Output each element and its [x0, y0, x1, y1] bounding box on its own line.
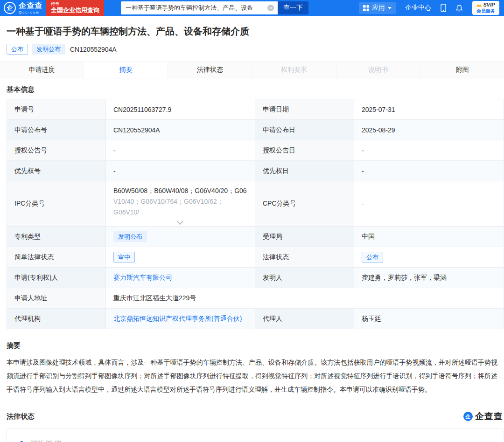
field-label: 申请号 — [7, 99, 106, 119]
patent-type-table-tag: 发明公布 — [113, 231, 147, 242]
search-bar: × 查一下 — [121, 1, 308, 14]
tab-claims[interactable]: 权利要求 — [252, 62, 336, 78]
field-label: 申请公布号 — [7, 120, 106, 140]
field-label: 代理人 — [255, 309, 354, 329]
promo-main-text: 全国企业信用查询 — [51, 7, 99, 14]
field-label: 代理机构 — [7, 309, 106, 329]
table-row: IPC分类号 B60W50/08；B60W40/08；G06V40/20；G06… — [7, 181, 504, 227]
caret-down-icon — [388, 7, 392, 9]
field-label: 申请(专利权)人 — [7, 268, 106, 288]
promo-small-text: 传奇 — [51, 1, 99, 7]
field-value: - — [106, 140, 255, 160]
field-value: 北京鼎拓恒远知识产权代理事务所(普通合伙) — [106, 309, 255, 329]
field-value: 2025-08-29 — [354, 120, 504, 140]
basic-info-table: 申请号 CN202511063727.9 申请日期 2025-07-31 申请公… — [7, 99, 504, 329]
search-input-wrap: × — [121, 1, 278, 14]
field-label: 发明人 — [255, 268, 354, 288]
field-value: 发明公布 — [106, 227, 255, 247]
svip-badge-top: SVIP — [476, 2, 495, 8]
table-row: 代理机构 北京鼎拓恒远知识产权代理事务所(普通合伙) 代理人 杨玉廷 — [7, 309, 504, 329]
field-value: 赛力斯汽车有限公司 — [106, 268, 255, 288]
svip-label: SVIP — [483, 2, 495, 8]
clear-icon[interactable]: × — [267, 5, 274, 11]
field-label: 简单法律状态 — [7, 247, 106, 267]
field-value: 公布 — [354, 247, 504, 267]
field-label: 专利类型 — [7, 227, 106, 247]
patent-title-block: 一种基于哑语手势的车辆控制方法、产品、设备和存储介质 公布 发明公布 CN120… — [0, 16, 504, 62]
field-value: - — [354, 181, 504, 226]
legal-status-title: 法律状态 — [7, 412, 35, 421]
table-row: 申请号 CN202511063727.9 申请日期 2025-07-31 — [7, 99, 504, 120]
field-value: - — [106, 161, 255, 181]
field-label: 受理局 — [255, 227, 354, 247]
tab-figures[interactable]: 附图 — [420, 62, 504, 78]
field-value: CN120552904A — [106, 120, 255, 140]
field-label: 优先权号 — [7, 161, 106, 181]
tab-application-progress[interactable]: 申请进度 — [0, 62, 84, 78]
publication-number: CN120552904A — [70, 46, 117, 53]
mobile-app-icon[interactable] — [441, 4, 446, 12]
qcc-watermark-text: 企查查 — [475, 410, 503, 422]
patent-tag-row: 公布 发明公布 CN120552904A — [7, 44, 497, 55]
grid-icon — [363, 5, 369, 11]
legal-status-tag: 公布 — [362, 252, 383, 262]
field-label: CPC分类号 — [255, 181, 354, 226]
notification-bell-icon[interactable] — [455, 4, 463, 12]
field-label: 授权公告号 — [7, 140, 106, 160]
table-row: 简单法律状态 审中 法律状态 公布 — [7, 247, 504, 268]
timeline-date: 2025-08-29 — [30, 439, 504, 442]
field-value: 杨玉廷 — [354, 309, 504, 329]
field-value: 审中 — [106, 247, 255, 267]
field-value: - — [354, 140, 504, 160]
search-input[interactable] — [121, 1, 278, 14]
publish-status-tag: 公布 — [7, 44, 28, 55]
enterprise-center-link[interactable]: 企业中心 — [405, 4, 431, 12]
abstract-title: 摘要 — [7, 341, 504, 350]
abstract-text: 本申请涉及图像处理技术领域，具体而言，涉及一种基于哑语手势的车辆控制方法、产品、… — [7, 356, 497, 396]
field-label: 优先权日 — [255, 161, 354, 181]
tab-legal-status[interactable]: 法律状态 — [168, 62, 252, 78]
qcc-watermark: 企 企查查 — [463, 410, 503, 422]
svip-sublabel: 会员服务 — [476, 8, 495, 14]
simple-legal-status-tag: 审中 — [113, 252, 135, 262]
svip-badge[interactable]: SVIP 会员服务 — [472, 1, 499, 15]
field-value: 龚建勇，罗莉莎，张军，梁涵 — [354, 268, 504, 288]
page-title: 一种基于哑语手势的车辆控制方法、产品、设备和存储介质 — [7, 25, 497, 38]
qcc-logo[interactable]: 企 企查查 Qcc·com — [4, 2, 42, 14]
basic-info-title: 基本信息 — [7, 85, 504, 94]
table-row: 申请公布号 CN120552904A 申请公布日 2025-08-29 — [7, 120, 504, 140]
qcc-logo-icon: 企 — [4, 2, 16, 14]
field-value: - — [354, 161, 504, 181]
qcc-logo-text: 企查查 Qcc·com — [19, 2, 42, 14]
table-row: 专利类型 发明公布 受理局 中国 — [7, 227, 504, 247]
field-value: 2025-07-31 — [354, 99, 504, 119]
ipc-line-2: V10/40；G06V10/764；G06V10/62；G06V10/ — [113, 196, 247, 218]
top-header: 企 企查查 Qcc·com 传奇 全国企业信用查询 × 查一下 应用 企业中心 — [0, 0, 504, 16]
field-label: IPC分类号 — [7, 181, 106, 226]
legal-status-timeline: 2025-08-29 公布 — [7, 428, 504, 442]
field-label: 授权公告日 — [255, 140, 354, 160]
apps-menu[interactable]: 应用 — [359, 2, 396, 14]
agency-link[interactable]: 北京鼎拓恒远知识产权代理事务所(普通合伙) — [113, 315, 242, 323]
legal-status-header: 法律状态 企 企查查 — [7, 410, 504, 422]
field-label: 申请日期 — [255, 99, 354, 119]
tab-description[interactable]: 说明书 — [336, 62, 420, 78]
table-row: 授权公告号 - 授权公告日 - — [7, 140, 504, 161]
promo-badge: 传奇 全国企业信用查询 — [46, 0, 104, 16]
field-label: 法律状态 — [255, 247, 354, 267]
field-value: CN202511063727.9 — [106, 99, 255, 119]
table-row: 申请人地址 重庆市江北区福生大道229号 — [7, 288, 504, 309]
field-label: 申请人地址 — [7, 288, 106, 308]
tab-abstract[interactable]: 摘要 — [84, 62, 168, 78]
field-label: 申请公布日 — [255, 120, 354, 140]
timeline-item: 2025-08-29 公布 — [20, 439, 504, 442]
table-row: 申请(专利权)人 赛力斯汽车有限公司 发明人 龚建勇，罗莉莎，张军，梁涵 — [7, 268, 504, 288]
qcc-watermark-icon: 企 — [463, 412, 473, 421]
detail-tabs: 申请进度 摘要 法律状态 权利要求 说明书 附图 — [0, 62, 504, 78]
table-row: 优先权号 - 优先权日 - — [7, 161, 504, 181]
ipc-classification-cell: B60W50/08；B60W40/08；G06V40/20；G06 V10/40… — [106, 181, 255, 226]
applicant-link[interactable]: 赛力斯汽车有限公司 — [113, 274, 172, 282]
qcc-logo-domain: Qcc·com — [19, 11, 42, 14]
chevron-down-icon[interactable] — [176, 218, 183, 225]
search-button[interactable]: 查一下 — [278, 1, 308, 14]
